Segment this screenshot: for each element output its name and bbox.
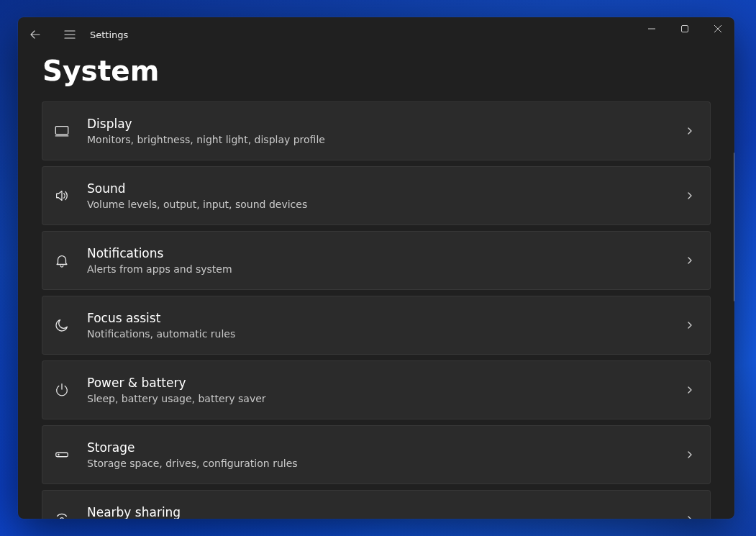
scrollbar-thumb[interactable] [734,153,734,301]
chevron-right-icon [686,256,694,265]
window-caption-buttons [635,17,734,40]
item-subtitle: Alerts from apps and system [87,263,686,275]
minimize-button[interactable] [635,17,668,40]
item-title: Focus assist [87,311,686,326]
item-title: Sound [87,181,686,196]
minimize-icon [648,25,655,32]
item-title: Nearby sharing [87,505,686,519]
settings-list[interactable]: Display Monitors, brightness, night ligh… [42,101,711,519]
settings-item-storage[interactable]: Storage Storage space, drives, configura… [42,425,711,484]
chevron-right-icon [686,127,694,135]
item-subtitle: Storage space, drives, configuration rul… [87,458,686,469]
item-subtitle: Notifications, automatic rules [87,328,686,340]
sound-icon [54,188,81,204]
item-subtitle: Volume levels, output, input, sound devi… [87,199,686,210]
display-icon [54,123,81,139]
settings-item-notifications[interactable]: Notifications Alerts from apps and syste… [42,231,711,290]
settings-item-focus-assist[interactable]: Focus assist Notifications, automatic ru… [42,296,711,355]
back-button[interactable] [18,17,53,52]
svg-rect-7 [55,127,68,135]
svg-point-10 [58,454,59,455]
settings-item-nearby-sharing[interactable]: Nearby sharing Discoverability, received… [42,490,711,519]
arrow-left-icon [29,29,41,40]
item-title: Display [87,117,686,132]
navigation-menu-button[interactable] [53,17,87,52]
content-body: System Display Monitors, brightness, nig… [18,52,734,519]
settings-item-power-battery[interactable]: Power & battery Sleep, battery usage, ba… [42,360,711,419]
moon-icon [54,317,81,333]
svg-point-11 [60,518,64,519]
chevron-right-icon [686,515,694,519]
item-subtitle: Monitors, brightness, night light, displ… [87,134,686,145]
hamburger-icon [64,29,76,40]
item-title: Notifications [87,246,686,261]
desktop-wallpaper: Settings System [0,0,756,536]
settings-window: Settings System [18,17,734,519]
maximize-button[interactable] [668,17,701,40]
settings-item-display[interactable]: Display Monitors, brightness, night ligh… [42,101,711,160]
chevron-right-icon [686,450,694,459]
item-subtitle: Sleep, battery usage, battery saver [87,393,686,404]
chevron-right-icon [686,321,694,330]
app-title: Settings [90,29,128,40]
bell-icon [54,253,81,268]
settings-item-sound[interactable]: Sound Volume levels, output, input, soun… [42,166,711,225]
nearby-share-icon [54,512,81,519]
chevron-right-icon [686,386,694,394]
storage-icon [54,447,81,463]
svg-rect-9 [56,453,68,457]
maximize-icon [681,25,688,32]
power-icon [54,382,81,398]
svg-rect-4 [682,26,688,32]
item-title: Storage [87,440,686,455]
close-button[interactable] [701,17,734,40]
item-title: Power & battery [87,376,686,391]
close-icon [714,25,721,32]
page-title: System [42,55,711,87]
chevron-right-icon [686,191,694,200]
titlebar: Settings [18,17,734,52]
